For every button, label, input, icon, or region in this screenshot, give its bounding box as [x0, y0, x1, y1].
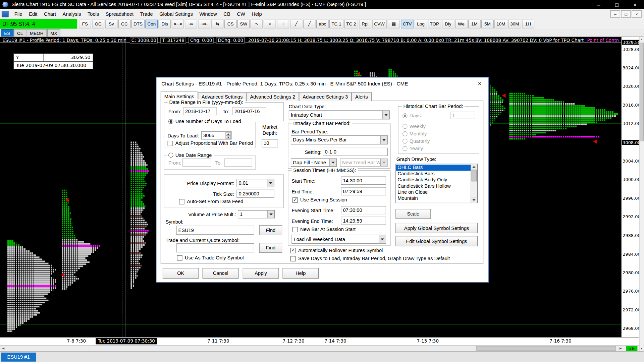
toolbar-tool-config-1[interactable]: TC 1 [329, 19, 343, 28]
new-bar-session-checkbox[interactable]: New Bar At Session Start [292, 227, 356, 232]
use-days-radio[interactable] [168, 119, 173, 124]
autoset-checkbox[interactable]: Auto-Set From Data Feed [179, 199, 243, 204]
historical-option-weekly[interactable]: Weekly [402, 123, 426, 130]
chart-window-tab[interactable]: ESU19 #1 [1, 353, 36, 362]
listbox-scrollbar[interactable] [471, 164, 477, 203]
historical-option-quarterly[interactable]: Quarterly [402, 138, 430, 144]
evening-start-field[interactable]: 07:30:00 [341, 206, 386, 214]
evening-session-checkbox[interactable]: Use Evening Session [292, 197, 347, 203]
toolbar-pointer-tool-icon[interactable]: ↖ [251, 19, 263, 28]
toolbar-open-chart[interactable]: OC [92, 19, 104, 28]
graph-draw-item-candlestick-bars-hollow[interactable]: Candlestick Bars Hollow [396, 183, 471, 189]
dialog-tab-advanced-settings-3[interactable]: Advanced Settings 3 [299, 93, 352, 101]
chart-tab-meoh[interactable]: MEOH [26, 29, 47, 37]
toolbar-line-tool-icon[interactable]: ╱ [290, 19, 303, 28]
toolbar-chart-values-window[interactable]: CVW [372, 19, 387, 28]
toolbar-five-minute[interactable]: 5M [481, 19, 494, 28]
radio-days[interactable] [402, 113, 408, 118]
graph-draw-listbox[interactable]: OHLC BarsCandlestick BarsCandlestick Bod… [395, 164, 478, 203]
radio-weekly[interactable] [402, 124, 408, 129]
toolbar-replay[interactable]: Rpl [359, 19, 371, 28]
toolbar-auto-bar-spacing-icon[interactable]: ⇹ [185, 19, 197, 28]
symbol-field[interactable]: ESU19 [176, 226, 254, 235]
toolbar-dts[interactable]: DTS [131, 19, 145, 28]
save-default-checkbox[interactable]: Save Days to Load, Intraday Bar Period, … [290, 256, 450, 261]
scroll-down-icon[interactable]: ▼ [640, 346, 644, 351]
date-to-field[interactable]: 2019-07-16 [232, 107, 266, 115]
range-from-field[interactable] [182, 159, 211, 167]
tick-size-field[interactable]: 0.250000 [236, 190, 274, 198]
minimize-icon[interactable]: – [590, 0, 608, 9]
dialog-title-bar[interactable]: Chart Settings - ESU19 #1 - Profile Peri… [157, 77, 488, 90]
toolbar-connect[interactable]: Con [145, 19, 158, 28]
historical-option-monthly[interactable]: Monthly [402, 130, 427, 137]
bar-period-type-combo[interactable]: Days-Mins-Secs Per Bar [291, 135, 388, 144]
historical-option-yearly[interactable]: Yearly [402, 145, 423, 152]
mdi-minimize-icon[interactable]: – [610, 10, 620, 18]
toolbar-one-minute[interactable]: 1M [468, 19, 481, 28]
weekend-data-combo[interactable]: Load All Weekend Data [291, 235, 386, 244]
market-depth-field[interactable]: 10 [262, 139, 278, 147]
menu-chart[interactable]: Chart [41, 11, 59, 17]
menu-analysis[interactable]: Analysis [59, 11, 84, 17]
price-scale[interactable]: 3029.503028.003024.003020.003016.003012.… [622, 37, 640, 337]
apply-button[interactable]: Apply [243, 268, 279, 279]
symbol-find-button[interactable]: Find [259, 225, 282, 235]
menu-trade[interactable]: Trade [137, 11, 156, 17]
toolbar-decrease-bar-spacing-icon[interactable]: ⇥⇤ [198, 19, 210, 28]
menu-cw[interactable]: CW [233, 11, 248, 17]
toolbar-weekly[interactable]: We [455, 19, 468, 28]
menu-tools[interactable]: Tools [84, 11, 102, 17]
vertical-scrollbar[interactable]: ▲ ▼ [639, 37, 644, 351]
toolbar-tool-config-2[interactable]: TC 2 [344, 19, 358, 28]
toolbar-daily[interactable]: Dly [442, 19, 454, 28]
toolbar-chart-settings[interactable]: CS [224, 19, 237, 28]
days-spinner[interactable] [225, 132, 231, 139]
scroll-down-icon[interactable] [471, 197, 477, 203]
toolbar-one-hour[interactable]: 1H [522, 19, 534, 28]
chart-data-type-combo[interactable]: Intraday Chart [289, 110, 390, 119]
dialog-close-icon[interactable]: × [474, 79, 485, 88]
historical-option-days[interactable]: Days: [402, 113, 422, 119]
menu-window[interactable]: Window [196, 11, 220, 17]
help-button[interactable]: Help [282, 268, 319, 279]
mdi-close-icon[interactable]: × [632, 10, 641, 18]
toolbar-current-traded-volume[interactable]: CTV [401, 19, 414, 28]
trade-symbol-field[interactable] [176, 243, 254, 252]
price-display-format-combo[interactable]: 0.01 [236, 179, 274, 187]
days-to-load-field[interactable]: 3065 [201, 131, 232, 139]
toolbar-ray-tool-icon[interactable]: ╱ [303, 19, 316, 28]
dialog-tab-alerts[interactable]: Alerts [352, 93, 372, 101]
graph-draw-item-line-on-close[interactable]: Line on Close [396, 189, 471, 195]
toolbar-save[interactable]: Sv [105, 19, 117, 28]
menu-file[interactable]: File [11, 11, 25, 17]
adjust-proportional-checkbox[interactable]: Adjust Proportional With Bar Period [168, 140, 253, 146]
toolbar-text-tool[interactable]: abc [316, 19, 329, 28]
menu-cb[interactable]: CB [220, 11, 233, 17]
dialog-tab-advanced-settings-2[interactable]: Advanced Settings 2 [246, 93, 299, 101]
menu-edit[interactable]: Edit [25, 11, 41, 17]
toolbar-cross-tool-icon[interactable]: + [277, 19, 289, 28]
vscroll-thumb[interactable] [640, 43, 644, 141]
trade-only-checkbox[interactable]: Use As Trade Only Symbol [177, 255, 244, 260]
radio-quarterly[interactable] [402, 139, 408, 144]
mdi-restore-icon[interactable]: □ [621, 10, 631, 18]
hscroll-thumb[interactable] [476, 346, 616, 351]
volume-mult-combo[interactable]: 1 [238, 210, 275, 218]
toolbar-thirty-minute[interactable]: 30M [508, 19, 521, 28]
maximize-icon[interactable]: □ [608, 0, 626, 9]
toolbar-shift-bars-icon[interactable]: ⇆ [211, 19, 224, 28]
toolbar-increase-bar-spacing-icon[interactable]: ⇤⇥ [172, 19, 184, 28]
radio-monthly[interactable] [402, 131, 408, 136]
trade-symbol-find-button[interactable]: Find [259, 243, 282, 253]
menu-help[interactable]: Help [249, 11, 265, 17]
menu-global-settings[interactable]: Global Settings [156, 11, 196, 17]
chart-tab-es[interactable]: ES [1, 29, 13, 37]
radio-yearly[interactable] [402, 146, 408, 151]
toolbar-ten-minute[interactable]: 10M [494, 19, 507, 28]
toolbar-switch-window[interactable]: SW [237, 19, 250, 28]
toolbar-disconnect[interactable]: Dis [159, 19, 171, 28]
menu-spreadsheet[interactable]: Spreadsheet [102, 11, 137, 17]
bar-period-setting-field[interactable]: 0-1-0 [323, 148, 387, 156]
historical-days-field[interactable]: 1 [450, 112, 475, 119]
